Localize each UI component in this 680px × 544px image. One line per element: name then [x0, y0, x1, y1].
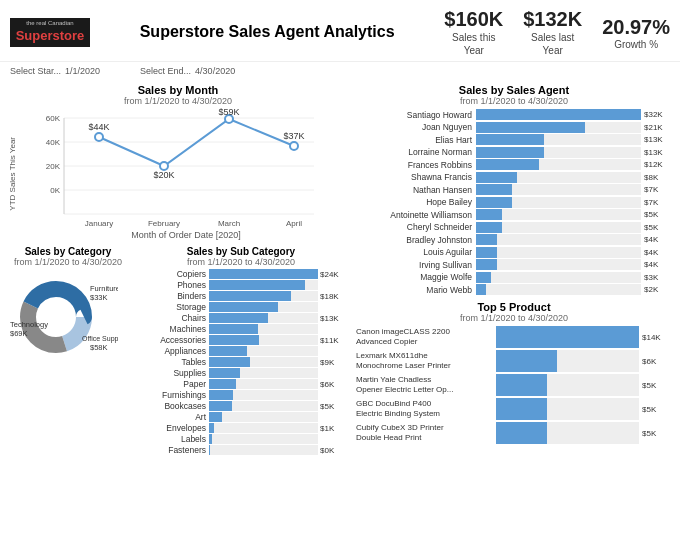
- bar-fill: [209, 324, 258, 334]
- svg-text:0K: 0K: [50, 186, 60, 195]
- bar-track: [209, 324, 318, 334]
- top5-value: $5K: [642, 381, 672, 390]
- list-item: Maggie Wolfe $3K: [356, 272, 672, 283]
- agent-track: [476, 197, 641, 208]
- agent-track: [476, 134, 641, 145]
- svg-text:$44K: $44K: [88, 122, 109, 132]
- list-item: Shawna Francis $8K: [356, 172, 672, 183]
- agent-label: Bradley Johnston: [356, 235, 476, 245]
- top5-bars: Canon imageCLASS 2200Advanced Copier $14…: [356, 326, 672, 444]
- list-item: Binders $18K: [134, 291, 348, 301]
- agent-label: Irving Sullivan: [356, 260, 476, 270]
- bar-fill: [209, 346, 247, 356]
- bar-label: Labels: [134, 434, 209, 444]
- date-filters: Select Star... 1/1/2020 Select End... 4/…: [0, 62, 680, 80]
- agent-label: Santiago Howard: [356, 110, 476, 120]
- agent-fill: [476, 159, 539, 170]
- agent-fill: [476, 259, 497, 270]
- agent-track: [476, 109, 641, 120]
- logo-area: the real Canadian Superstore: [10, 18, 90, 47]
- agent-value: $3K: [644, 273, 672, 282]
- line-chart-section: Sales by Month from 1/1/2020 to 4/30/202…: [8, 84, 348, 240]
- svg-text:$58K: $58K: [90, 343, 108, 352]
- bar-fill: [209, 379, 236, 389]
- top5-fill: [496, 374, 547, 396]
- agent-track: [476, 234, 641, 245]
- list-item: Phones: [134, 280, 348, 290]
- bar-track: [209, 291, 318, 301]
- bar-value: $9K: [320, 358, 348, 367]
- bar-label: Appliances: [134, 346, 209, 356]
- svg-text:40K: 40K: [46, 138, 61, 147]
- agent-fill: [476, 272, 491, 283]
- agent-track: [476, 209, 641, 220]
- top5-track: [496, 374, 639, 396]
- svg-text:$37K: $37K: [283, 131, 304, 141]
- bar-track: [209, 401, 318, 411]
- agent-title: Sales by Sales Agent: [356, 84, 672, 96]
- y-axis-label: YTD Sales This Year: [8, 137, 17, 211]
- svg-point-10: [95, 133, 103, 141]
- end-date-filter[interactable]: Select End... 4/30/2020: [140, 66, 235, 76]
- list-item: Antoinette Williamson $5K: [356, 209, 672, 220]
- agent-track: [476, 147, 641, 158]
- agent-fill: [476, 222, 502, 233]
- bar-track: [209, 302, 318, 312]
- list-item: Santiago Howard $32K: [356, 109, 672, 120]
- bar-fill: [209, 280, 305, 290]
- category-title: Sales by Category: [8, 246, 128, 257]
- top5-fill: [496, 422, 547, 444]
- bar-fill: [209, 390, 233, 400]
- bar-label: Phones: [134, 280, 209, 290]
- start-date-filter[interactable]: Select Star... 1/1/2020: [10, 66, 100, 76]
- bar-value: $24K: [320, 270, 348, 279]
- list-item: Martin Yale ChadlessOpener Electric Lett…: [356, 374, 672, 396]
- left-panel: Sales by Month from 1/1/2020 to 4/30/202…: [8, 84, 348, 456]
- top5-value: $6K: [642, 357, 672, 366]
- bar-track: [209, 280, 318, 290]
- agent-track: [476, 272, 641, 283]
- list-item: Mario Webb $2K: [356, 284, 672, 295]
- agent-fill: [476, 147, 544, 158]
- list-item: Fasteners $0K: [134, 445, 348, 455]
- svg-text:February: February: [148, 219, 180, 228]
- agent-label: Shawna Francis: [356, 172, 476, 182]
- bar-fill: [209, 368, 240, 378]
- agent-fill: [476, 184, 512, 195]
- list-item: Tables $9K: [134, 357, 348, 367]
- bar-value: $0K: [320, 446, 348, 455]
- agent-value: $13K: [644, 135, 672, 144]
- bar-label: Bookcases: [134, 401, 209, 411]
- agent-label: Antoinette Williamson: [356, 210, 476, 220]
- top5-track: [496, 326, 639, 348]
- list-item: Nathan Hansen $7K: [356, 184, 672, 195]
- list-item: Lorraine Norman $13K: [356, 147, 672, 158]
- page-title: Superstore Sales Agent Analytics: [90, 22, 444, 43]
- kpi3-label: Growth %: [602, 39, 670, 50]
- agent-value: $32K: [644, 110, 672, 119]
- agent-track: [476, 247, 641, 258]
- agent-value: $2K: [644, 285, 672, 294]
- start-label: Select Star...: [10, 66, 61, 76]
- list-item: Louis Aguilar $4K: [356, 247, 672, 258]
- svg-text:March: March: [218, 219, 240, 228]
- agent-fill: [476, 172, 517, 183]
- list-item: Elias Hart $13K: [356, 134, 672, 145]
- bar-value: $6K: [320, 380, 348, 389]
- agent-track: [476, 184, 641, 195]
- logo-tagline: the real Canadian: [14, 20, 86, 28]
- agent-section: Sales by Sales Agent from 1/1/2020 to 4/…: [356, 84, 672, 295]
- bar-track: [209, 445, 318, 455]
- end-label: Select End...: [140, 66, 191, 76]
- top5-fill: [496, 398, 547, 420]
- bar-fill: [209, 291, 291, 301]
- kpi1-value: $160K: [444, 8, 503, 31]
- kpi-sales-this-year: $160K Sales thisYear: [444, 8, 503, 57]
- list-item: Chairs $13K: [134, 313, 348, 323]
- right-panel: Sales by Sales Agent from 1/1/2020 to 4/…: [356, 84, 672, 456]
- list-item: Appliances: [134, 346, 348, 356]
- svg-text:60K: 60K: [46, 114, 61, 123]
- top5-label: Lexmark MX611dheMonochrome Laser Printer: [356, 351, 496, 372]
- header: the real Canadian Superstore Superstore …: [0, 0, 680, 62]
- end-date-value: 4/30/2020: [195, 66, 235, 76]
